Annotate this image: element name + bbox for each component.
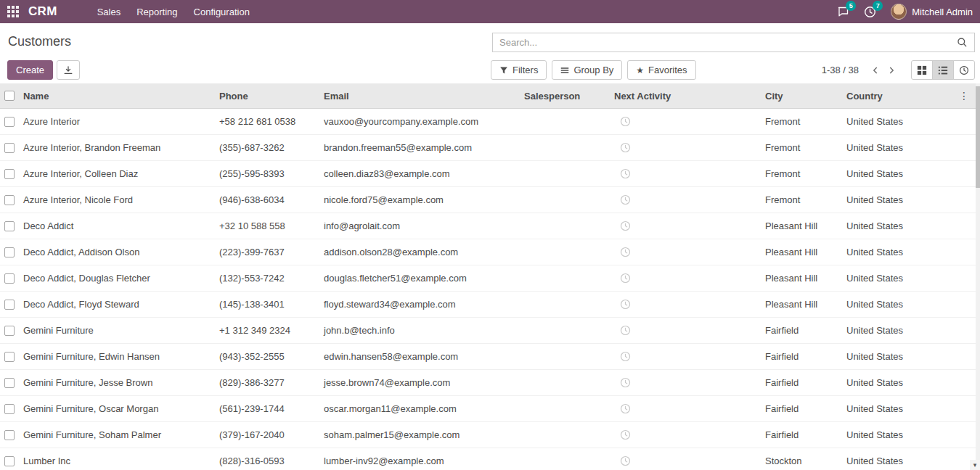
- cell-phone[interactable]: (943)-352-2555: [215, 351, 319, 362]
- vertical-scrollbar[interactable]: [976, 83, 980, 470]
- cell-email[interactable]: addison.olson28@example.com: [319, 247, 520, 257]
- cell-country[interactable]: United States: [842, 116, 918, 127]
- cell-email[interactable]: john.b@tech.info: [319, 325, 520, 336]
- cell-city[interactable]: Fairfield: [761, 429, 842, 440]
- cell-country[interactable]: United States: [842, 247, 918, 257]
- cell-next-activity[interactable]: [610, 299, 761, 310]
- cell-email[interactable]: oscar.morgan11@example.com: [319, 403, 520, 414]
- cell-name[interactable]: Gemini Furniture, Edwin Hansen: [19, 351, 215, 362]
- cell-email[interactable]: colleen.diaz83@example.com: [319, 168, 520, 179]
- menu-sales[interactable]: Sales: [89, 0, 129, 24]
- cell-name[interactable]: Azure Interior: [19, 116, 215, 127]
- cell-city[interactable]: Stockton: [761, 455, 842, 466]
- column-header-email[interactable]: Email: [319, 91, 520, 102]
- table-row[interactable]: Gemini Furniture, Jesse Brown (829)-386-…: [0, 370, 976, 396]
- cell-phone[interactable]: (145)-138-3401: [215, 299, 319, 310]
- row-checkbox[interactable]: [4, 352, 15, 362]
- cell-name[interactable]: Deco Addict, Addison Olson: [19, 247, 215, 257]
- table-row[interactable]: Deco Addict, Douglas Fletcher (132)-553-…: [0, 265, 976, 292]
- table-row[interactable]: Deco Addict +32 10 588 558 info@agrolait…: [0, 213, 976, 239]
- column-header-name[interactable]: Name: [19, 91, 215, 102]
- row-checkbox[interactable]: [4, 430, 15, 440]
- table-row[interactable]: Azure Interior, Colleen Diaz (255)-595-8…: [0, 161, 976, 187]
- row-checkbox[interactable]: [4, 378, 15, 388]
- cell-next-activity[interactable]: [610, 273, 761, 284]
- cell-phone[interactable]: (132)-553-7242: [215, 273, 319, 284]
- row-checkbox[interactable]: [4, 247, 15, 257]
- table-row[interactable]: Gemini Furniture, Edwin Hansen (943)-352…: [0, 344, 976, 370]
- apps-menu-icon[interactable]: [7, 6, 20, 18]
- table-row[interactable]: Lumber Inc (828)-316-0593 lumber-inv92@e…: [0, 448, 976, 470]
- cell-email[interactable]: edwin.hansen58@example.com: [319, 351, 520, 362]
- table-row[interactable]: Gemini Furniture, Oscar Morgan (561)-239…: [0, 396, 976, 422]
- cell-country[interactable]: United States: [842, 403, 918, 414]
- column-options-icon[interactable]: ⋮: [959, 90, 969, 102]
- menu-configuration[interactable]: Configuration: [186, 0, 258, 24]
- group-by-button[interactable]: Group By: [552, 60, 622, 80]
- row-checkbox[interactable]: [4, 300, 15, 310]
- cell-phone[interactable]: (828)-316-0593: [215, 455, 319, 466]
- messages-button[interactable]: 5: [837, 6, 849, 17]
- cell-next-activity[interactable]: [610, 142, 761, 153]
- cell-next-activity[interactable]: [610, 116, 761, 127]
- cell-next-activity[interactable]: [610, 403, 761, 414]
- cell-country[interactable]: United States: [842, 273, 918, 284]
- cell-next-activity[interactable]: [610, 429, 761, 440]
- cell-name[interactable]: Azure Interior, Brandon Freeman: [19, 142, 215, 153]
- cell-country[interactable]: United States: [842, 455, 918, 466]
- pager-previous-button[interactable]: [867, 60, 883, 80]
- table-row[interactable]: Azure Interior, Nicole Ford (946)-638-60…: [0, 187, 976, 213]
- cell-phone[interactable]: (946)-638-6034: [215, 194, 319, 205]
- cell-phone[interactable]: +1 312 349 2324: [215, 325, 319, 336]
- cell-city[interactable]: Fairfield: [761, 403, 842, 414]
- cell-next-activity[interactable]: [610, 247, 761, 257]
- app-brand[interactable]: CRM: [28, 4, 57, 19]
- cell-name[interactable]: Deco Addict, Douglas Fletcher: [19, 273, 215, 284]
- cell-phone[interactable]: +32 10 588 558: [215, 220, 319, 231]
- cell-phone[interactable]: (355)-687-3262: [215, 142, 319, 153]
- cell-next-activity[interactable]: [610, 168, 761, 179]
- cell-country[interactable]: United States: [842, 299, 918, 310]
- table-row[interactable]: Deco Addict, Addison Olson (223)-399-763…: [0, 239, 976, 265]
- menu-reporting[interactable]: Reporting: [128, 0, 185, 24]
- row-checkbox[interactable]: [4, 169, 15, 179]
- user-avatar[interactable]: [891, 4, 907, 20]
- scroll-down-button[interactable]: ▾: [970, 460, 980, 470]
- cell-name[interactable]: Lumber Inc: [19, 455, 215, 466]
- user-name[interactable]: Mitchell Admin: [912, 7, 973, 17]
- cell-country[interactable]: United States: [842, 377, 918, 388]
- cell-city[interactable]: Fremont: [761, 168, 842, 179]
- table-row[interactable]: Azure Interior +58 212 681 0538 vauxoo@y…: [0, 109, 976, 135]
- cell-country[interactable]: United States: [842, 220, 918, 231]
- cell-next-activity[interactable]: [610, 220, 761, 231]
- row-checkbox[interactable]: [4, 456, 15, 466]
- cell-name[interactable]: Gemini Furniture, Jesse Brown: [19, 377, 215, 388]
- table-row[interactable]: Gemini Furniture +1 312 349 2324 john.b@…: [0, 318, 976, 344]
- cell-city[interactable]: Pleasant Hill: [761, 273, 842, 284]
- cell-name[interactable]: Deco Addict: [19, 220, 215, 231]
- column-header-phone[interactable]: Phone: [215, 91, 319, 102]
- cell-phone[interactable]: +58 212 681 0538: [215, 116, 319, 127]
- user-menu[interactable]: Mitchell Admin: [891, 4, 973, 20]
- cell-next-activity[interactable]: [610, 377, 761, 388]
- column-header-next-activity[interactable]: Next Activity: [610, 91, 761, 102]
- scrollbar-thumb[interactable]: [976, 86, 980, 188]
- view-list-button[interactable]: [932, 60, 954, 80]
- cell-city[interactable]: Fremont: [761, 142, 842, 153]
- row-checkbox[interactable]: [4, 195, 15, 205]
- cell-country[interactable]: United States: [842, 142, 918, 153]
- cell-email[interactable]: nicole.ford75@example.com: [319, 194, 520, 205]
- filters-button[interactable]: Filters: [491, 60, 547, 80]
- table-row[interactable]: Gemini Furniture, Soham Palmer (379)-167…: [0, 422, 976, 448]
- row-checkbox[interactable]: [4, 273, 15, 284]
- row-checkbox[interactable]: [4, 117, 15, 127]
- column-header-country[interactable]: Country: [842, 91, 918, 102]
- table-row[interactable]: Azure Interior, Brandon Freeman (355)-68…: [0, 135, 976, 161]
- row-checkbox[interactable]: [4, 221, 15, 231]
- cell-city[interactable]: Fairfield: [761, 377, 842, 388]
- cell-name[interactable]: Gemini Furniture, Oscar Morgan: [19, 403, 215, 414]
- cell-city[interactable]: Fairfield: [761, 351, 842, 362]
- cell-country[interactable]: United States: [842, 194, 918, 205]
- cell-city[interactable]: Pleasant Hill: [761, 220, 842, 231]
- cell-name[interactable]: Gemini Furniture, Soham Palmer: [19, 429, 215, 440]
